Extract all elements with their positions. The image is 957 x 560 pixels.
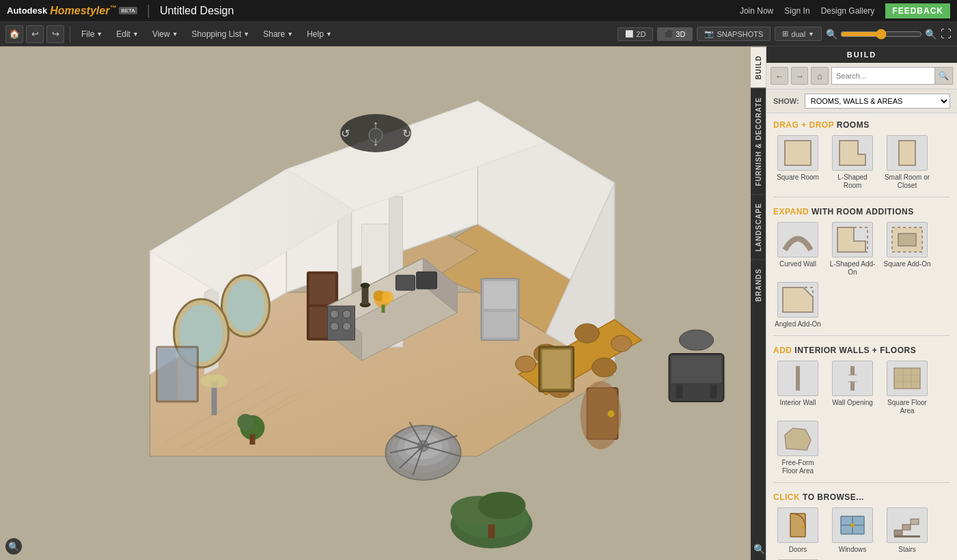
svg-rect-108	[850, 382, 855, 391]
wall-opening-icon	[832, 361, 873, 396]
share-menu[interactable]: Share▼	[258, 27, 299, 42]
help-menu[interactable]: Help▼	[301, 27, 337, 42]
join-now-link[interactable]: Join Now	[740, 6, 773, 16]
click-title: CLICK TO BROWSE...	[773, 492, 950, 502]
view-2d-button[interactable]: ⬜ 2D	[618, 27, 653, 41]
camera-control[interactable]: ↑ ↺ ↻ ↓	[338, 111, 413, 158]
logo-tm: ™	[109, 4, 116, 12]
dual-button[interactable]: ⊞ dual ▼	[775, 27, 822, 41]
file-menu[interactable]: File▼	[76, 27, 108, 42]
wall-opening-item[interactable]: Wall Opening	[828, 361, 877, 415]
svg-rect-103	[898, 234, 916, 246]
stairs-item[interactable]: Stairs	[883, 507, 932, 554]
svg-point-68	[238, 414, 254, 430]
shopping-list-menu[interactable]: Shopping List▼	[186, 27, 255, 42]
svg-marker-105	[783, 288, 813, 312]
build-tab[interactable]: BUILD	[751, 46, 766, 88]
lshaped-room-item[interactable]: L-Shaped Room	[828, 135, 877, 190]
toolbar: 🏠 ↩ ↪ File▼ Edit▼ View▼ Shopping List▼ S…	[0, 22, 957, 46]
svg-text:↓: ↓	[372, 135, 378, 148]
wall-opening-label: Wall Opening	[832, 399, 873, 407]
redo-button[interactable]: ↪	[46, 25, 64, 43]
stairs-icon	[887, 507, 928, 543]
lshaped-addon-item[interactable]: L-Shaped Add-On	[828, 222, 877, 277]
freeform-floor-item[interactable]: Free-Form Floor Area	[773, 421, 822, 475]
curved-wall-item[interactable]: Curved Wall	[773, 222, 822, 277]
click-label: CLICK	[773, 492, 800, 502]
drag-drop-title: DRAG + DROP ROOMS	[773, 120, 950, 130]
section-divider-1	[773, 197, 950, 197]
furnish-tab[interactable]: FURNISH & DECORATE	[751, 88, 766, 195]
sidebar-search-input[interactable]	[831, 67, 935, 85]
square-room-item[interactable]: Square Room	[773, 135, 822, 190]
fullscreen-button[interactable]: ⛶	[941, 28, 952, 40]
svg-rect-47	[484, 281, 517, 309]
svg-point-43	[343, 310, 351, 318]
svg-rect-107	[850, 366, 855, 375]
interior-wall-item[interactable]: Interior Wall	[773, 361, 822, 415]
show-select[interactable]: ROOMS, WALLS & AREAS ROOMS ONLY WALLS ON…	[805, 94, 950, 109]
svg-rect-125	[911, 519, 919, 524]
drag-label: DRAG + DROP	[773, 120, 834, 130]
expand-grid: Curved Wall L-Shaped Add-On	[773, 222, 950, 328]
brands-tab[interactable]: BRANDS	[751, 260, 766, 310]
windows-item[interactable]: Windows	[828, 507, 877, 554]
zoom-out-button[interactable]: 🔍	[826, 29, 837, 40]
sidebar-home-button[interactable]: ⌂	[811, 67, 829, 85]
square-addon-item[interactable]: Square Add-On	[883, 222, 932, 277]
lshaped-addon-icon	[832, 222, 873, 257]
rooms-label: ROOMS	[837, 120, 870, 130]
toolbar-separator	[70, 26, 70, 42]
view-3d-button[interactable]: ⬛ 3D	[657, 27, 693, 41]
zoom-in-button[interactable]: 🔍	[925, 29, 937, 40]
build-header: BUILD	[766, 46, 957, 63]
logo-autodesk: Autodesk	[7, 5, 47, 16]
svg-point-42	[331, 310, 339, 318]
show-row: SHOW: ROOMS, WALLS & AREAS ROOMS ONLY WA…	[766, 89, 957, 113]
snapshots-button[interactable]: 📷 SNAPSHOTS	[697, 27, 771, 41]
svg-rect-99	[899, 141, 915, 165]
windows-icon	[832, 507, 873, 543]
svg-rect-73	[362, 285, 369, 305]
windows-label: Windows	[839, 546, 867, 554]
magnifier-side-icon[interactable]: 🔍	[751, 538, 766, 560]
section-divider-2	[773, 335, 950, 336]
svg-rect-123	[894, 530, 902, 535]
svg-rect-89	[710, 384, 717, 398]
small-room-item[interactable]: Small Room or Closet	[883, 135, 932, 190]
sign-in-link[interactable]: Sign In	[784, 6, 809, 16]
svg-rect-39	[417, 272, 437, 289]
svg-rect-33	[309, 274, 336, 305]
design-gallery-link[interactable]: Design Gallery	[821, 6, 875, 16]
svg-point-83	[592, 358, 617, 377]
view-menu[interactable]: View▼	[147, 27, 184, 42]
design-title: Untitled Design	[160, 5, 234, 17]
side-tabs: BUILD FURNISH & DECORATE LANDSCAPE BRAND…	[751, 46, 766, 560]
square-floor-item[interactable]: Square Floor Area	[883, 361, 932, 415]
sidebar-search-button[interactable]: 🔍	[935, 67, 953, 85]
undo-button[interactable]: ↩	[26, 25, 44, 43]
click-rest-label: TO BROWSE...	[803, 492, 864, 502]
svg-point-81	[575, 324, 600, 343]
sidebar-forward-button[interactable]: →	[791, 67, 809, 85]
svg-rect-31	[178, 349, 196, 400]
angled-addon-item[interactable]: Angled Add-On	[773, 282, 822, 328]
mini-lens-button[interactable]: 🔍	[5, 538, 22, 555]
edit-menu[interactable]: Edit▼	[111, 27, 144, 42]
interior-wall-icon	[777, 361, 818, 396]
feedback-button[interactable]: FEEDBACK	[885, 3, 950, 18]
logo: Autodesk Homestyler™ BETA | Untitled Des…	[7, 3, 234, 18]
sidebar-back-button[interactable]: ←	[771, 67, 788, 85]
doors-item[interactable]: Doors	[773, 507, 822, 554]
landscape-tab[interactable]: LANDSCAPE	[751, 194, 766, 260]
drag-drop-grid: Square Room L-Shaped Room	[773, 135, 950, 190]
svg-point-94	[581, 381, 622, 449]
svg-point-26	[227, 280, 265, 332]
add-grid: Interior Wall Wall Opening	[773, 361, 950, 475]
home-button[interactable]: 🏠	[5, 25, 23, 43]
svg-rect-117	[790, 514, 805, 537]
svg-rect-40	[396, 275, 415, 290]
zoom-slider[interactable]	[840, 29, 922, 40]
expand-section: EXPAND WITH ROOM ADDITIONS Curved Wall	[766, 200, 957, 333]
design-canvas[interactable]: ↑ ↺ ↻ ↓	[0, 46, 751, 560]
